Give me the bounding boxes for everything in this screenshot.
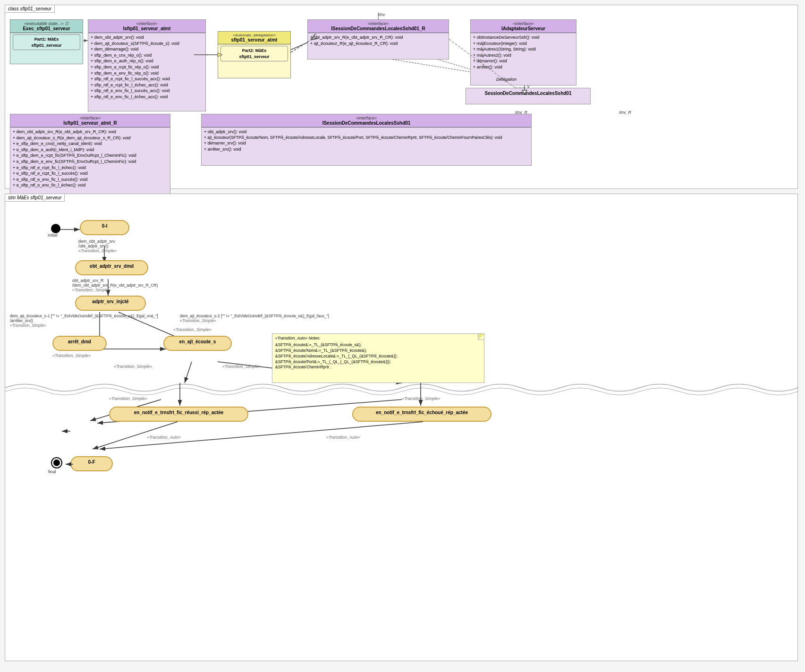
automate-header: «Automate_dAdaptation» sftp01_serveur_at… xyxy=(218,32,290,44)
notes-line1: &SFTP/ii_écoute&:=_TL_(&SFTP/ii_écoute_s… xyxy=(275,342,481,348)
automate-part2: Part2: MàEssftp01_serveur xyxy=(239,48,269,59)
trans-s1-label: dem_ajt_écouteur_s-1 ["" != "_EstVideOuI… xyxy=(10,314,158,328)
state-obt-adptr: obt_adptr_srv_dmd xyxy=(75,260,148,275)
isl-m1: + obt_adptr_srv(): void xyxy=(204,129,529,135)
class-diagram-title: class sftp01_serveur xyxy=(5,5,55,13)
trans-into-notif-ko-simple: «Transition_Simple» xyxy=(402,396,440,401)
ir-m10: + e_sftp_ntf_e_env_fic_l_échec(): void xyxy=(13,182,168,188)
exec-body: Part1: MàEssftp01_serveur xyxy=(10,33,83,51)
session-locale-name: SessionDeCommandesLocalesSshd01 xyxy=(468,91,588,96)
exec-state-box: «executable state...» 🗋 Exec_sftp01_serv… xyxy=(10,19,83,64)
state-adptr-srv: adptr_srv_injcté xyxy=(75,296,146,311)
notes-line5: &SFTP/ii_écoute/CheminRprtr... xyxy=(275,365,481,370)
trans-s2-label: dem_ajt_écouteur_s-2 ["" != "_EstVideOuI… xyxy=(180,314,329,323)
trans-auto-notif-ko: «Transition_Auto» xyxy=(326,435,360,440)
automate-name: sftp01_serveur_atmt xyxy=(220,37,288,43)
session-locale-box: SessionDeCommandesLocalesSshd01 xyxy=(466,88,591,104)
trans-s2-type: «Transition_Simple» xyxy=(180,318,329,323)
isl-m3: + démarrer_srv(): void xyxy=(204,140,529,146)
automate-stereotype: «Automate_dAdaptation» xyxy=(220,33,288,37)
isession-local-name: ISessionDeCommandesLocalesSshd01 xyxy=(204,120,529,126)
isl-m2: + ajt_écouteur(SFTP/ii_écoute/Nom, SFTP/… xyxy=(204,135,529,141)
state-notif-ok-label: en_notif_e_trnsfrt_fic_réussi_rép_actée xyxy=(134,410,224,415)
iadaptateur-name: IAdaptateurServeur xyxy=(473,26,574,31)
trans-s2-cond: dem_ajt_écouteur_s-2 ["" != "_EstVideOuI… xyxy=(180,314,329,318)
state-adptr-srv-label: adptr_srv_injcté xyxy=(92,299,128,304)
session-locale-header: SessionDeCommandesLocalesSshd01 xyxy=(466,88,590,98)
exec-name: Exec_sftp01_serveur xyxy=(13,26,80,31)
isftp01-r-stereotype: «interface» xyxy=(13,116,168,120)
isession-r-stereotype: «interface» xyxy=(310,21,446,26)
isftp01-stereotype: «interface» xyxy=(91,21,203,26)
ia-m4: + màjAutres2(): void xyxy=(473,52,574,59)
isession-local-stereotype: «interface» xyxy=(204,116,529,120)
state-0-f-label: 0-F xyxy=(88,459,95,465)
trans-obt-action: dem_obt_adptr_srv xyxy=(78,239,117,244)
notes-line4: &SFTP/ii_écoute/Port&:=_TL_(_QL_(_QL_(&S… xyxy=(275,359,481,365)
isftp01-name: Isftp01_serveur_atmt xyxy=(91,26,203,31)
isession-local-body: + obt_adptr_srv(): void + ajt_écouteur(S… xyxy=(202,128,531,154)
ia-m5: + démarrer(): void xyxy=(473,58,574,64)
ir-m6: + e_sftp_dem_e_env_fic(SFTP/ii_EnvOuRcpt… xyxy=(13,159,168,165)
isession-r-name: ISessionDeCommandesLocalesSshd01_R xyxy=(310,26,446,31)
exec-state-header: «executable state...» 🗋 Exec_sftp01_serv… xyxy=(10,20,83,33)
trans-s1-cond: dem_ajt_écouteur_s-1 ["" != "_EstVideOuI… xyxy=(10,314,158,318)
isession-r-box: «interface» ISessionDeCommandesLocalesSs… xyxy=(307,19,449,60)
trans-arret-simple: «Transition_Simple» xyxy=(52,353,91,358)
trans-obt-label: dem_obt_adptr_srv /obt_adptr_srv() «Tran… xyxy=(78,239,117,253)
automate-to-isftp01-arrow xyxy=(192,52,220,62)
iinv-label: IInv xyxy=(378,12,385,17)
trans-obt-call: /obt_adptr_srv() xyxy=(78,244,117,248)
notes-line2: &SFTP/ii_écoute/Nom&:=_TL_(&SFTP/ii_écou… xyxy=(275,348,481,354)
state-notif-ok: en_notif_e_trnsfrt_fic_réussi_rép_actée xyxy=(109,407,248,422)
isftp01-r-box: «interface» Isftp01_serveur_atmt_R + dem… xyxy=(10,114,170,199)
trans-auto-notif-ok: «Transition_Auto» xyxy=(147,435,181,440)
isession-r-m2: + ajt_écouteur_R(e_ajt_écouteur_R_CR): v… xyxy=(310,41,446,47)
method-9: + sftp_ntf_e_rcpt_fic_l_échec_acc(): voi… xyxy=(91,82,203,88)
trans-en-ajt-simple: «Transition_Simple» xyxy=(173,327,212,332)
state-0-i-label: 0-I xyxy=(102,223,108,229)
isftp01-header: «interface» Isftp01_serveur_atmt xyxy=(88,20,205,33)
trans-adptr-r-action: obt_adptr_srv_R xyxy=(72,278,158,283)
state-arret-dmd: arrêt_dmd xyxy=(52,336,107,351)
exec-part1: Part1: MàEssftp01_serveur xyxy=(31,37,61,48)
trans-adptr-r-call: /dem_obt_adptr_srv_R(e_obt_adptr_srv_R_C… xyxy=(72,283,158,288)
ir-m9: + e_sftp_ntf_e_env_fic_l_succès(): void xyxy=(13,177,168,183)
isession-r-body: + obt_adptr_srv_R(e_obt_adptr_srv_R_CR):… xyxy=(308,33,449,48)
method-10: + sftp_ntf_e_env_fic_l_succès_acc(): voi… xyxy=(91,88,203,94)
iadaptateur-box: «interface» IAdaptateurServeur + obtInst… xyxy=(470,19,576,85)
method-5: + sftp_dem_e_auth_rép_o(): void xyxy=(91,58,203,64)
isession-local-box: «interface» ISessionDeCommandesLocalesSs… xyxy=(201,114,532,166)
state-diagram: stm MàEs sftp01_serveur xyxy=(5,194,798,661)
final-label: final xyxy=(48,469,56,474)
ia-m6: + arrêter(): void xyxy=(473,64,574,70)
iadaptateur-stereotype: «interface» xyxy=(473,21,574,26)
ir-m7: + e_sftp_ntf_e_rcpt_fic_l_échec(): void xyxy=(13,165,168,171)
method-7: + sftp_dem_e_env_fic_rép_o(): void xyxy=(91,70,203,77)
ir-m2: + dem_ajt_écouteur_s_R(e_dem_ajt_écouteu… xyxy=(13,135,168,141)
isftp01-serveur-atmt-box: «interface» Isftp01_serveur_atmt + dem_o… xyxy=(88,19,206,111)
main-canvas: class sftp01_serveur xyxy=(0,0,805,672)
exec-stereotype: «executable state...» 🗋 xyxy=(13,21,80,26)
isl-m4: + arrêter_srv(): void xyxy=(204,146,529,153)
ir-m1: + dem_obt_adptr_srv_R(e_obt_adptr_srv_R_… xyxy=(13,129,168,135)
initial-label: initial xyxy=(48,233,58,238)
state-notif-ko-label: en_notif_e_trnsfrt_fic_échoué_rép_actée xyxy=(376,410,468,415)
trans-adptr-r-label: obt_adptr_srv_R /dem_obt_adptr_srv_R(e_o… xyxy=(72,278,158,292)
isession-local-header: «interface» ISessionDeCommandesLocalesSs… xyxy=(202,114,531,128)
method-1: + dem_obt_adptr_srv(): void xyxy=(91,34,203,41)
trans-into-notif-ok-simple: «Transition_Simple» xyxy=(109,396,147,401)
automate-body: Part2: MàEssftp01_serveur xyxy=(218,44,290,63)
iadaptateur-body: + obtInstanceDeServeurSsh(): void + màjE… xyxy=(471,33,576,72)
isftp01-r-body: + dem_obt_adptr_srv_R(e_obt_adptr_srv_R_… xyxy=(10,128,170,190)
isftp01-body: + dem_obt_adptr_srv(): void + dem_ajt_éc… xyxy=(88,33,205,102)
class-diagram: class sftp01_serveur xyxy=(5,5,798,189)
method-2: + dem_ajt_écouteur_s(SFTP/ii_écoute_s): … xyxy=(91,41,203,47)
ir-m3: + e_sftp_dem_e_cnx(i_netty_canal_ident):… xyxy=(13,141,168,147)
notes-line3: &SFTP/ii_écoute/AdresseLocale&:=_TL_(_QL… xyxy=(275,354,481,359)
trans-to-notif-ok: «Transition_Simple» xyxy=(114,364,152,369)
state-en-ajt: en_ajt_écoute_s xyxy=(163,336,232,351)
notes-box: «Transition_Auto» Notes: &SFTP/ii_écoute… xyxy=(272,333,484,383)
method-8: + sftp_ntf_e_rcpt_fic_l_succès_acc(): vo… xyxy=(91,76,203,82)
isession-r-m1: + obt_adptr_srv_R(e_obt_adptr_srv_R_CR):… xyxy=(310,34,446,41)
